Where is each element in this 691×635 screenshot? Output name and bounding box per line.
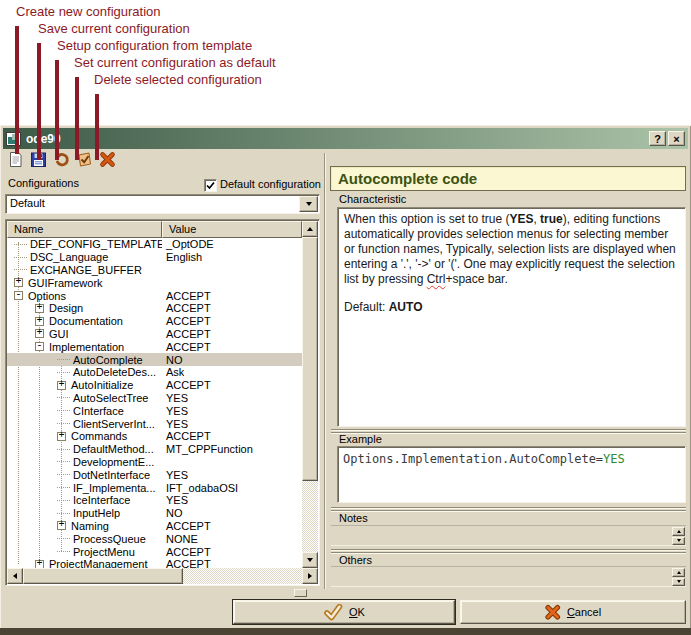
tree-leaf-connector [14,269,27,270]
close-button[interactable]: × [668,131,685,146]
tree-row[interactable]: AutoSelectTreeYES [7,392,302,405]
tree-row-value: YES [162,494,188,506]
horizontal-scroll-thumb[interactable] [23,568,183,584]
tree-row[interactable]: ProcessQueueNONE [7,532,302,545]
cancel-button[interactable]: Cancel [460,600,686,624]
tree-leaf-connector [57,359,70,360]
tree-row[interactable]: DSC_LanguageEnglish [7,251,302,264]
scroll-right-button[interactable] [302,568,318,584]
example-label: Example [339,433,382,445]
horizontal-scroll-track[interactable] [183,568,302,584]
tree-row[interactable]: DEF_CONFIG_TEMPLATE_OptODE [7,238,302,251]
vertical-scroll-track[interactable] [302,481,318,552]
tree-row[interactable]: ProjectMenuACCEPT [7,545,302,558]
ok-button-label: OK [349,606,365,618]
tree-row-name: ProjectMenu [73,546,135,558]
tree-row[interactable]: +ProjectManagementACCEPT [7,558,302,568]
tree-leaf-connector [57,410,70,411]
splitter-grip[interactable] [294,589,307,597]
others-scroll-up-button[interactable] [672,568,685,577]
others-field[interactable] [331,566,686,587]
notes-scroll-up-button[interactable] [672,527,685,536]
others-scrollbar [672,568,685,586]
tree-row[interactable]: IceInterfaceYES [7,494,302,507]
scroll-down-button[interactable] [302,552,318,568]
default-configuration-checkbox[interactable] [204,179,217,192]
tree-row-name: AutoDeleteDes... [73,366,156,378]
tree-row[interactable]: +DesignACCEPT [7,302,302,315]
expand-icon[interactable]: + [57,381,66,390]
scroll-up-button[interactable] [302,221,318,237]
others-label: Others [339,554,372,566]
tree-row[interactable]: -ImplementationACCEPT [7,340,302,353]
tree-row-name: Design [49,302,83,314]
titlebar[interactable]: ode90 ? × [3,128,688,149]
tree-row-name: AutoInitialize [71,379,133,391]
tree-row-value: YES [162,392,188,404]
notes-field[interactable] [331,525,686,546]
expand-icon[interactable]: + [35,317,44,326]
tree-row[interactable]: +GUIACCEPT [7,328,302,341]
tree-leaf-connector [14,257,27,258]
notes-scrollbar [672,527,685,545]
tree-row[interactable]: AutoDeleteDes...Ask [7,366,302,379]
option-title-header: Autocomplete code [330,166,686,191]
expand-icon[interactable]: + [35,329,44,338]
tree-row[interactable]: +CommandsACCEPT [7,430,302,443]
tree-row-value: ACCEPT [162,302,211,314]
example-code-box[interactable]: Options.Implementation.AutoComplete=YES [337,446,686,503]
help-button[interactable]: ? [649,131,666,146]
tree-row-value: ACCEPT [162,558,211,568]
window-title: ode90 [26,132,647,146]
delete-configuration-button[interactable] [99,151,116,169]
tree-row[interactable]: CInterfaceYES [7,404,302,417]
tree-row[interactable]: DotNetInterfaceYES [7,468,302,481]
tree-row[interactable]: ClientServerInt...YES [7,417,302,430]
configuration-combobox[interactable]: Default [5,194,320,214]
tree-row-value: ACCEPT [162,379,211,391]
tree-row[interactable]: AutoCompleteNO [7,353,302,366]
tree-row-value: YES [162,405,188,417]
arrow-down-icon [677,580,681,583]
tree-leaf-connector [57,461,70,462]
tree-leaf-connector [14,244,27,245]
notes-scroll-down-button[interactable] [672,537,685,546]
collapse-icon[interactable]: - [35,342,44,351]
expand-icon[interactable]: + [35,560,44,568]
tree-row[interactable]: +DocumentationACCEPT [7,315,302,328]
tree-leaf-connector [57,423,70,424]
cancel-x-icon [545,604,561,620]
tree-row-name: AutoSelectTree [73,392,148,404]
tree-row-value: _OptODE [162,238,214,250]
column-header-name[interactable]: Name [7,221,162,238]
ok-button[interactable]: OK [233,600,455,624]
tree-row[interactable]: +GUIFramework [7,276,302,289]
combobox-dropdown-button[interactable] [299,196,318,212]
tree-horizontal-scrollbar[interactable] [7,568,318,584]
column-header-value[interactable]: Value [162,221,302,238]
tree-row-value: ACCEPT [162,328,211,340]
tree-row[interactable]: InputHelpNO [7,507,302,520]
delete-x-icon [99,151,116,168]
vertical-scroll-thumb[interactable] [302,237,318,481]
characteristic-text[interactable]: When this option is set to true (YES, tr… [337,207,686,427]
expand-icon[interactable]: + [57,432,66,441]
expand-icon[interactable]: + [57,521,66,530]
tree-row[interactable]: +AutoInitializeACCEPT [7,379,302,392]
scroll-left-button[interactable] [7,568,23,584]
tree-row[interactable]: EXCHANGE_BUFFER [7,264,302,277]
tree-row-name: ProcessQueue [73,533,146,545]
expand-icon[interactable]: + [35,304,44,313]
collapse-icon[interactable]: - [14,291,23,300]
tree-row[interactable]: -OptionsACCEPT [7,289,302,302]
tree-leaf-connector [57,538,70,539]
tree-leaf-connector [57,397,70,398]
tree-vertical-scrollbar[interactable] [302,221,318,568]
tree-row[interactable]: IF_Implementa...IFT_odabaOSI [7,481,302,494]
tree-row[interactable]: DefaultMethod...MT_CPPFunction [7,443,302,456]
others-scroll-down-button[interactable] [672,578,685,587]
expand-icon[interactable]: + [14,278,23,287]
tree-row[interactable]: +NamingACCEPT [7,520,302,533]
tree-row-name: ProjectManagement [49,558,147,568]
tree-row[interactable]: DevelopmentE... [7,456,302,469]
